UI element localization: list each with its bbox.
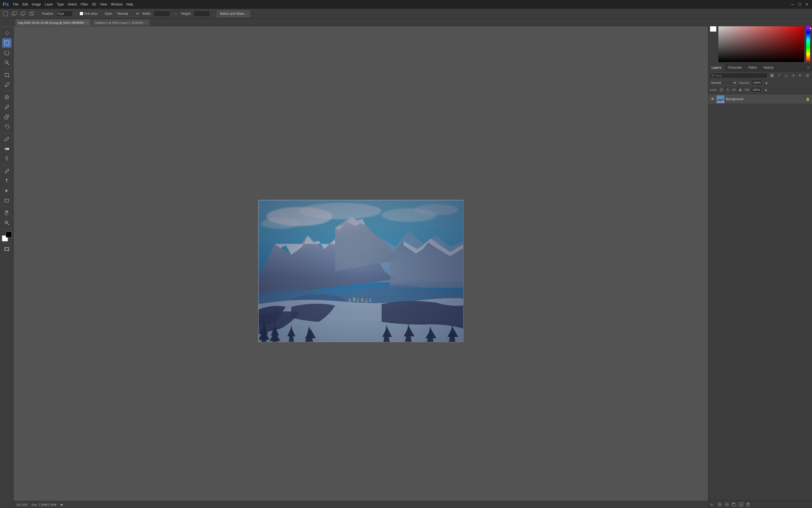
layers-tab-history[interactable]: History: [760, 64, 777, 72]
layers-panel-menu[interactable]: ≡: [805, 65, 811, 70]
select-mask-button[interactable]: Select and Mask...: [217, 10, 250, 17]
hand-tool[interactable]: [2, 208, 11, 218]
layer-item-background[interactable]: 👁 Background 🔒: [708, 94, 812, 104]
menu-file[interactable]: File: [13, 2, 18, 6]
lock-all-btn[interactable]: [737, 87, 743, 92]
layers-tab-channels[interactable]: Channels: [725, 64, 745, 72]
zoom-level: 161,059: [16, 503, 27, 506]
menu-layer[interactable]: Layer: [45, 2, 53, 6]
history-brush-tool[interactable]: [2, 122, 11, 131]
svg-rect-7: [30, 12, 33, 15]
menu-filter[interactable]: Filter: [81, 2, 88, 6]
brush-tool[interactable]: [2, 102, 11, 112]
new-layer-btn[interactable]: [738, 502, 744, 507]
menu-view[interactable]: View: [100, 2, 107, 6]
style-dropdown[interactable]: Normal Fixed Ratio Fixed Size: [115, 11, 140, 17]
clone-tool[interactable]: [2, 112, 11, 122]
lock-position-btn[interactable]: [725, 87, 730, 92]
maximize-button[interactable]: ☐: [797, 2, 802, 7]
layer-filter-type[interactable]: T: [776, 73, 782, 78]
subtract-selection-icon[interactable]: [20, 10, 26, 17]
layer-filter-vector[interactable]: [783, 73, 789, 78]
svg-point-76: [719, 504, 721, 505]
separator1: [38, 11, 39, 16]
add-fx-btn[interactable]: fx: [710, 502, 715, 507]
tab-img[interactable]: img-2020-10-03-14-58-19.png @ 161% (RGB/…: [15, 19, 91, 26]
doc-info: Doc: 1,96M/1,96M: [32, 503, 56, 506]
minimize-button[interactable]: —: [790, 2, 795, 7]
type-tool[interactable]: T: [2, 176, 11, 185]
tab-untitled[interactable]: Untitled-1 @ 50% (Layer 1, RGB/8#) ✕: [92, 19, 151, 26]
add-mask-btn[interactable]: [717, 502, 723, 507]
svg-rect-72: [739, 89, 741, 91]
layer-name: Background: [726, 97, 804, 101]
layer-filter-fill[interactable]: [798, 73, 803, 78]
zoom-tool[interactable]: [2, 218, 11, 227]
layer-filter-smart[interactable]: [790, 73, 796, 78]
swap-dimensions-icon[interactable]: ↔: [172, 10, 179, 17]
opacity-value[interactable]: 100%: [752, 80, 762, 85]
tab-img-close[interactable]: ✕: [86, 21, 88, 24]
rect-shape-tool[interactable]: [2, 196, 11, 205]
foreground-color-swatch[interactable]: [6, 231, 12, 238]
canvas-image[interactable]: [258, 200, 464, 342]
width-input[interactable]: [154, 11, 170, 17]
path-select-tool[interactable]: [2, 186, 11, 196]
feather-input[interactable]: [56, 11, 73, 17]
layer-filter-toggle[interactable]: [805, 73, 810, 78]
svg-line-26: [7, 223, 9, 225]
height-input[interactable]: [194, 11, 210, 17]
opacity-stepper-up[interactable]: ▲: [764, 80, 769, 85]
layer-search-input[interactable]: [715, 74, 766, 77]
close-button[interactable]: ✕: [804, 2, 809, 7]
layers-tab-paths[interactable]: Paths: [745, 64, 760, 72]
blend-mode-select[interactable]: Normal Dissolve Multiply Screen Overlay: [710, 80, 737, 85]
marquee-rect-tool[interactable]: [2, 38, 11, 48]
fill-stepper-up[interactable]: ▲: [763, 87, 768, 92]
delete-layer-btn[interactable]: [745, 502, 751, 507]
menu-bar: File Edit Image Layer Type Select Filter…: [13, 2, 133, 6]
svg-text:fx: fx: [711, 503, 713, 506]
svg-rect-69: [727, 89, 729, 91]
menu-edit[interactable]: Edit: [22, 2, 28, 6]
tab-untitled-close[interactable]: ✕: [145, 21, 147, 24]
lock-pixels-btn[interactable]: [719, 87, 724, 92]
add-selection-icon[interactable]: [11, 10, 17, 17]
new-selection-icon[interactable]: [2, 10, 9, 17]
gradient-tool[interactable]: [2, 144, 11, 154]
lasso-tool[interactable]: [2, 48, 11, 57]
add-adjustment-btn[interactable]: [724, 502, 730, 507]
svg-point-18: [5, 109, 6, 109]
layers-tab-layers[interactable]: Layers: [708, 64, 725, 72]
menu-window[interactable]: Window: [111, 2, 123, 6]
tool-sep6: [2, 229, 11, 229]
screen-mode-tool[interactable]: [2, 244, 11, 254]
menu-help[interactable]: Help: [126, 2, 133, 6]
fill-value[interactable]: 100%: [751, 87, 761, 92]
eyedropper-tool[interactable]: [2, 80, 11, 89]
menu-type[interactable]: Type: [57, 2, 64, 6]
layer-search[interactable]: [710, 73, 768, 78]
layer-filter-pixel[interactable]: [769, 73, 775, 78]
svg-rect-19: [5, 116, 7, 119]
color-swatches: [2, 231, 12, 242]
lock-artboard-btn[interactable]: [731, 87, 737, 92]
menu-select[interactable]: Select: [68, 2, 77, 6]
layer-visibility-toggle[interactable]: 👁: [711, 97, 715, 101]
status-arrow[interactable]: ▶: [61, 503, 63, 506]
intersect-selection-icon[interactable]: [29, 10, 35, 17]
separator4: [213, 11, 214, 16]
magic-wand-tool[interactable]: [2, 58, 11, 67]
crop-tool[interactable]: [2, 70, 11, 80]
menu-image[interactable]: Image: [32, 2, 41, 6]
healing-tool[interactable]: [2, 92, 11, 102]
window-controls: — ☐ ✕: [790, 2, 809, 7]
eraser-tool[interactable]: [2, 134, 11, 144]
pen-tool[interactable]: [2, 166, 11, 176]
svg-rect-66: [722, 89, 722, 89]
antialias-checkbox[interactable]: [80, 12, 83, 15]
create-group-btn[interactable]: [731, 502, 737, 507]
menu-3d[interactable]: 3D: [92, 2, 96, 6]
move-tool[interactable]: [2, 29, 11, 38]
dodge-tool[interactable]: [2, 154, 11, 163]
